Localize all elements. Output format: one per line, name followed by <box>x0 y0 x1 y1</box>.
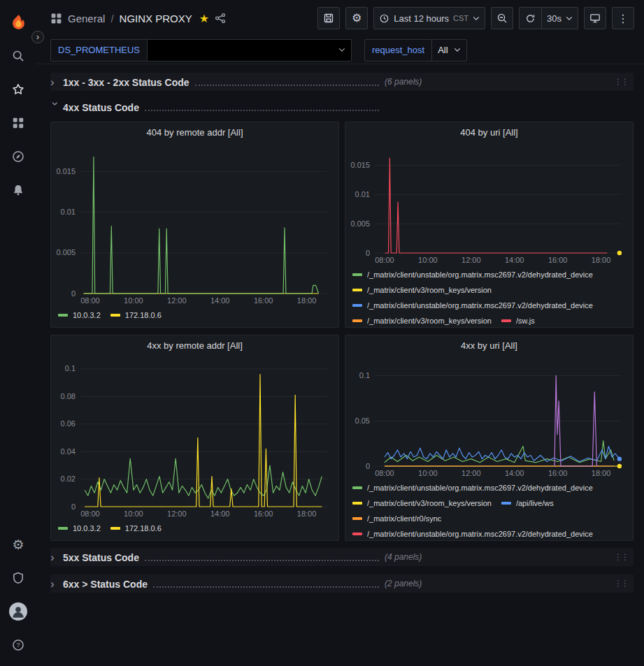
row-dotted-leader <box>195 78 379 86</box>
svg-text:14:00: 14:00 <box>505 256 524 264</box>
legend-series-label: /_matrix/client/r0/sync <box>367 511 441 526</box>
svg-text:12:00: 12:00 <box>461 469 481 477</box>
svg-text:08:00: 08:00 <box>375 256 394 264</box>
svg-text:0.04: 0.04 <box>61 447 76 456</box>
legend-series-swatch <box>352 517 362 520</box>
share-icon[interactable] <box>215 13 226 24</box>
legend-item[interactable]: /_matrix/client/unstable/org.matrix.msc2… <box>352 298 593 313</box>
row-6xx[interactable]: › 6xx > Status Code (2 panels) ⋮⋮ <box>50 574 634 593</box>
tv-mode-button[interactable] <box>584 7 606 29</box>
svg-text:16:00: 16:00 <box>548 469 568 477</box>
row-drag-handle[interactable]: ⋮⋮ <box>614 77 629 87</box>
sidebar-toggle-button[interactable]: › <box>31 31 44 43</box>
sidebar-item-configuration[interactable]: ⚙ <box>0 528 36 561</box>
legend-item[interactable]: 172.18.0.6 <box>110 521 162 536</box>
gear-icon: ⚙ <box>352 13 362 24</box>
svg-text:08:00: 08:00 <box>80 509 100 518</box>
timeseries-chart[interactable]: 00.0050.010.01508:0010:0012:0014:0016:00… <box>347 143 630 266</box>
svg-text:0.015: 0.015 <box>56 167 76 175</box>
legend-item[interactable]: 10.0.3.2 <box>58 521 101 536</box>
panel-4xx-by-remote-addr: 4xx by remote addr [All] 00.020.040.060.… <box>50 335 339 541</box>
main-area: General / NGINX PROXY ★ ⚙ <box>36 0 644 666</box>
row-title: 5xx Status Code <box>63 552 139 563</box>
refresh-button[interactable] <box>519 7 541 29</box>
gear-icon: ⚙ <box>12 537 24 552</box>
row-title: 1xx - 3xx - 2xx Status Code <box>63 77 189 88</box>
star-icon <box>12 83 24 96</box>
sidebar-item-search[interactable] <box>0 39 36 73</box>
time-range-picker[interactable]: Last 12 hours CST <box>373 7 485 29</box>
legend-item[interactable]: /_matrix/client/v3/room_keys/version <box>352 313 492 327</box>
help-icon: ? <box>12 639 24 651</box>
sidebar-item-profile[interactable] <box>0 595 36 628</box>
timeseries-chart[interactable]: 00.020.040.060.080.108:0010:0012:0014:00… <box>52 356 336 519</box>
row-1xx-3xx-2xx[interactable]: › 1xx - 3xx - 2xx Status Code (6 panels)… <box>50 73 634 91</box>
save-icon <box>323 13 334 24</box>
zoom-out-icon <box>496 13 508 24</box>
timeseries-chart[interactable]: 00.0050.010.01508:0010:0012:0014:0016:00… <box>52 143 336 306</box>
request-host-variable-label[interactable]: request_host <box>364 39 432 61</box>
row-panel-count: (2 panels) <box>385 579 422 588</box>
refresh-interval-dropdown[interactable]: 30s <box>541 7 578 29</box>
sidebar-bottom-group: ⚙ ? <box>0 528 36 662</box>
sidebar-item-explore[interactable] <box>0 140 36 173</box>
sidebar-item-dashboards[interactable] <box>0 106 36 140</box>
panel-title[interactable]: 4xx by remote addr [All] <box>51 335 338 355</box>
grafana-logo[interactable] <box>0 6 36 39</box>
grafana-flame-icon <box>9 13 28 32</box>
svg-text:0: 0 <box>366 249 370 257</box>
legend-series-swatch <box>352 304 362 307</box>
request-host-select[interactable]: All <box>432 39 466 61</box>
panel-title[interactable]: 404 by remote addr [All] <box>51 122 338 142</box>
row-drag-handle[interactable]: ⋮⋮ <box>614 579 629 588</box>
zoom-out-button[interactable] <box>491 7 513 29</box>
dashboard-settings-button[interactable]: ⚙ <box>345 7 368 29</box>
chevron-right-icon: › <box>50 551 63 563</box>
legend-series-label: 172.18.0.6 <box>125 307 162 323</box>
timeseries-chart[interactable]: 00.050.108:0010:0012:0014:0016:0018:00 <box>347 356 630 479</box>
row-drag-handle[interactable]: ⋮⋮ <box>614 552 629 562</box>
svg-text:0.08: 0.08 <box>61 392 76 400</box>
svg-text:10:00: 10:00 <box>124 509 143 518</box>
row-5xx[interactable]: › 5xx Status Code (4 panels) ⋮⋮ <box>50 548 634 566</box>
chevron-right-icon: › <box>50 76 63 88</box>
sidebar-item-starred[interactable] <box>0 73 36 106</box>
legend-item[interactable]: /sw.js <box>501 313 535 327</box>
apps-icon <box>50 13 62 24</box>
row-title-group: › 1xx - 3xx - 2xx Status Code <box>50 76 385 88</box>
svg-text:0.005: 0.005 <box>350 219 370 228</box>
datasource-variable-label[interactable]: DS_PROMETHEUS <box>50 39 148 61</box>
chevron-down-icon <box>454 48 461 52</box>
legend-item[interactable]: /_matrix/client/v3/room_keys/version <box>352 282 492 298</box>
legend-item[interactable]: /_matrix/client/unstable/org.matrix.msc2… <box>352 267 593 282</box>
datasource-select[interactable] <box>148 39 352 61</box>
favorite-star-icon[interactable]: ★ <box>199 12 209 25</box>
breadcrumb-separator: / <box>110 13 113 24</box>
legend-item[interactable]: /api/live/ws <box>501 495 554 511</box>
legend-item[interactable]: /_matrix/client/r0/sync <box>352 511 441 526</box>
panel-title[interactable]: 4xx by uri [All] <box>345 335 633 355</box>
row-dotted-leader <box>145 553 379 561</box>
datasource-variable: DS_PROMETHEUS <box>50 39 352 61</box>
svg-text:0: 0 <box>71 289 76 298</box>
legend-item[interactable]: 172.18.0.6 <box>110 307 162 323</box>
bell-icon <box>12 184 24 196</box>
sidebar-item-alerting[interactable] <box>0 173 36 207</box>
panel-title[interactable]: 404 by uri [All] <box>345 122 633 142</box>
breadcrumb-folder[interactable]: General <box>68 13 105 24</box>
save-dashboard-button[interactable] <box>317 7 340 29</box>
row-4xx[interactable]: › 4xx Status Code <box>50 98 634 116</box>
more-menu-button[interactable]: ⋮ <box>612 7 634 29</box>
refresh-icon <box>525 13 536 24</box>
sidebar-item-help[interactable]: ? <box>0 628 36 662</box>
timezone-label: CST <box>453 14 468 22</box>
shield-icon <box>12 572 24 584</box>
chevron-down-icon <box>473 16 480 21</box>
legend-item[interactable]: /_matrix/client/unstable/org.matrix.msc2… <box>352 526 593 540</box>
toolbar: ⚙ Last 12 hours CST <box>317 7 634 29</box>
sidebar-item-server-admin[interactable] <box>0 561 36 595</box>
svg-text:0.05: 0.05 <box>355 417 370 425</box>
legend-item[interactable]: /_matrix/client/unstable/org.matrix.msc2… <box>352 480 593 495</box>
legend-item[interactable]: /_matrix/client/v3/room_keys/version <box>352 495 492 511</box>
legend-item[interactable]: 10.0.3.2 <box>58 307 101 323</box>
